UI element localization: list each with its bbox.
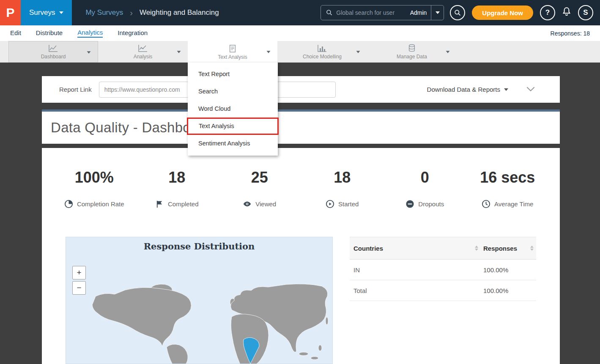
menu-item-text-analysis[interactable]: Text Analysis [187, 118, 279, 135]
report-link-card: Report Link Download Data & Reports [42, 76, 560, 103]
toolbar-label-text-analysis: Text Analysis [218, 54, 247, 60]
stat-label: Average Time [494, 200, 533, 208]
help-button[interactable]: ? [540, 5, 555, 20]
minus-circle-icon [405, 200, 414, 208]
notifications-button[interactable] [561, 6, 572, 19]
chevron-down-icon [267, 51, 271, 53]
stat-completion-rate: 100% Completion Rate [53, 168, 136, 208]
chevron-down-icon [356, 51, 360, 53]
tab-edit[interactable]: Edit [10, 29, 21, 37]
flag-icon [155, 200, 164, 208]
menu-item-word-cloud[interactable]: Word Cloud [188, 100, 278, 118]
search-submit-button[interactable] [450, 5, 465, 20]
breadcrumb-separator-icon: › [130, 8, 133, 18]
responses-value: 100.00% [483, 266, 508, 274]
download-data-reports-label: Download Data & Reports [427, 86, 500, 93]
top-bar: P Surveys My Surveys › Weighting and Bal… [0, 0, 600, 25]
stat-label: Completed [168, 200, 199, 208]
help-label: ? [545, 8, 550, 17]
pie-chart-icon [64, 200, 73, 208]
text-analysis-menu: Text Report Search Word Cloud Text Analy… [188, 63, 278, 156]
zoom-in-button[interactable]: + [72, 266, 86, 279]
table-row: IN 100.00% [350, 260, 536, 280]
chevron-down-icon [436, 11, 440, 14]
report-link-label: Report Link [59, 86, 92, 93]
upgrade-now-label: Upgrade Now [482, 9, 523, 16]
page-title-card: Data Quality - Dashboard [42, 112, 560, 144]
stat-value: 18 [301, 168, 384, 187]
tab-integration[interactable]: Integration [118, 29, 148, 37]
collapse-panel-button[interactable] [526, 86, 535, 93]
menu-item-search[interactable]: Search [188, 83, 278, 100]
global-search-input[interactable] [336, 9, 405, 16]
database-icon [407, 44, 417, 52]
sort-icon[interactable] [530, 246, 534, 251]
stat-value: 25 [218, 168, 301, 187]
topbar-actions: Admin Upgrade Now ? S [321, 5, 600, 20]
menu-item-text-report[interactable]: Text Report [188, 66, 278, 83]
download-data-reports-button[interactable]: Download Data & Reports [427, 86, 508, 93]
countries-table: Countries Responses IN 100.00% Total 100… [350, 237, 536, 301]
stat-dropouts: 0 Dropouts [384, 168, 466, 208]
column-header-countries[interactable]: Countries [353, 245, 383, 252]
user-avatar[interactable]: S [578, 5, 593, 20]
chevron-down-icon [526, 86, 535, 92]
stat-value: 18 [136, 168, 219, 187]
chevron-down-icon [177, 51, 181, 53]
search-icon [326, 9, 333, 16]
response-distribution-map[interactable]: Response Distribution + − [66, 237, 333, 364]
eye-icon [243, 200, 252, 208]
play-circle-icon [326, 200, 334, 208]
toolbar-label-analysis: Analysis [134, 54, 153, 60]
responses-count: Responses: 18 [551, 30, 590, 37]
toolbar-item-manage-data[interactable]: Manage Data [367, 41, 457, 63]
text-document-icon [227, 44, 238, 53]
surveys-menu-button[interactable]: Surveys [21, 0, 72, 25]
chevron-down-icon [87, 51, 91, 53]
tab-analytics[interactable]: Analytics [77, 29, 103, 38]
stat-label: Started [338, 200, 359, 208]
global-search-box[interactable]: Admin [321, 5, 444, 20]
column-header-responses[interactable]: Responses [483, 245, 517, 252]
line-chart-icon [48, 44, 58, 52]
toolbar-item-text-analysis[interactable]: Text Analysis [188, 41, 277, 63]
avatar-letter: S [583, 8, 588, 17]
toolbar-label-choice-modelling: Choice Modelling [303, 54, 342, 60]
menu-item-sentiment-analysis[interactable]: Sentiment Analysis [188, 135, 278, 152]
sort-icon[interactable] [475, 246, 478, 251]
stat-label: Completion Rate [77, 200, 124, 208]
stats-row: 100% Completion Rate 18 Completed 25 Vie… [53, 168, 549, 208]
analytics-toolbar: Dashboard Analysis Text Analysis Choice … [0, 41, 600, 63]
chevron-down-icon [446, 51, 450, 53]
chevron-down-icon [504, 88, 508, 91]
report-card-actions: Download Data & Reports [427, 86, 560, 93]
search-icon [454, 9, 461, 16]
stat-label: Viewed [255, 200, 276, 208]
chevron-down-icon [59, 11, 63, 14]
toolbar-label-manage-data: Manage Data [397, 54, 427, 60]
map-title: Response Distribution [66, 241, 332, 252]
tab-distribute[interactable]: Distribute [36, 29, 63, 37]
search-scope-label: Admin [406, 9, 431, 16]
countries-table-header: Countries Responses [350, 237, 536, 260]
toolbar-item-choice-modelling[interactable]: Choice Modelling [277, 41, 367, 63]
country-code: IN [353, 266, 360, 274]
search-scope-dropdown[interactable] [431, 5, 444, 20]
upgrade-now-button[interactable]: Upgrade Now [472, 5, 533, 20]
clock-icon [482, 200, 490, 208]
world-map[interactable] [66, 279, 333, 364]
survey-nav: Edit Distribute Analytics Integration Re… [0, 25, 600, 41]
logo-letter: P [6, 5, 14, 20]
country-code: Total [353, 287, 367, 294]
breadcrumb-my-surveys[interactable]: My Surveys [85, 8, 123, 17]
trend-chart-icon [138, 44, 148, 52]
toolbar-item-dashboard[interactable]: Dashboard [8, 41, 98, 63]
toolbar-item-analysis[interactable]: Analysis [98, 41, 188, 63]
app-logo[interactable]: P [0, 0, 21, 25]
breadcrumb-current-survey: Weighting and Balancing [140, 8, 219, 17]
surveys-menu-label: Surveys [29, 8, 55, 17]
stat-label: Dropouts [418, 200, 444, 208]
bar-chart-icon [317, 44, 327, 52]
stat-viewed: 25 Viewed [218, 168, 301, 208]
stat-value: 0 [384, 168, 466, 187]
